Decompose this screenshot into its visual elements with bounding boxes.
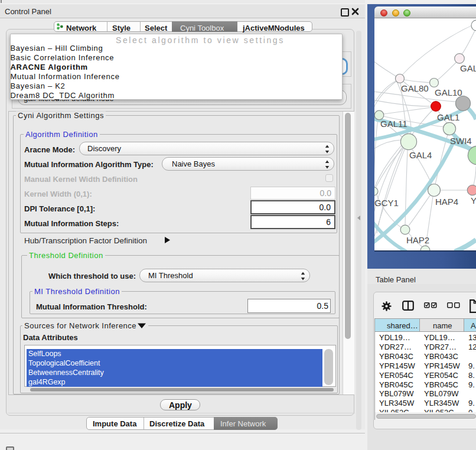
svg-text:HAP4: HAP4 — [435, 197, 458, 207]
svg-text:GAL80: GAL80 — [401, 83, 429, 93]
svg-text:GAL1: GAL1 — [437, 112, 459, 122]
svg-text:GAL: GAL — [460, 63, 476, 73]
svg-text:GCY1: GCY1 — [374, 198, 399, 208]
svg-text:GAL4: GAL4 — [409, 150, 432, 160]
svg-text:SWI4: SWI4 — [450, 136, 472, 146]
svg-text:GAL10: GAL10 — [435, 87, 462, 97]
svg-text:HAP2: HAP2 — [406, 235, 429, 245]
svg-text:Y: Y — [471, 195, 476, 206]
svg-text:GAL11: GAL11 — [380, 119, 407, 129]
